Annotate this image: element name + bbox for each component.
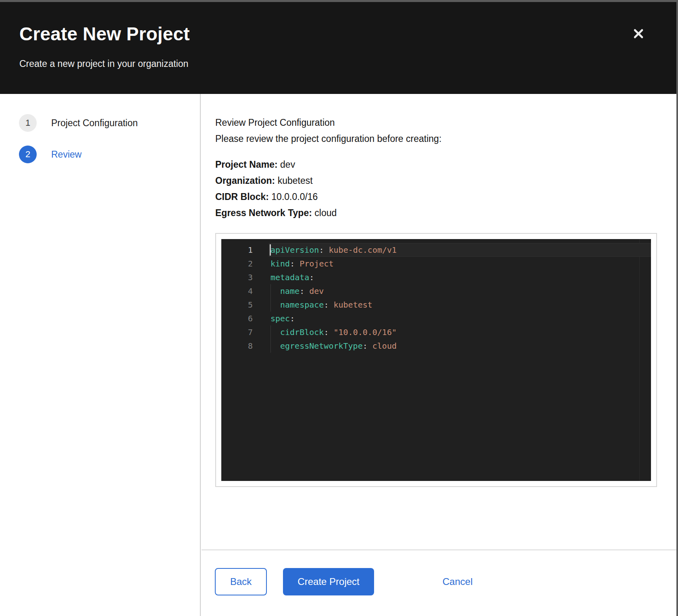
back-button[interactable]: Back xyxy=(215,568,267,595)
yaml-key: spec xyxy=(270,314,290,323)
yaml-value: "10.0.0.0/16" xyxy=(329,327,397,337)
line-number: 4 xyxy=(226,284,253,298)
step-review[interactable]: 2 Review xyxy=(19,146,200,163)
cancel-button[interactable]: Cancel xyxy=(443,568,473,595)
code-line: apiVersion: kube-dc.com/v1 xyxy=(269,243,651,257)
step-number-badge: 2 xyxy=(19,146,37,163)
code-line: kind: Project xyxy=(269,257,651,271)
yaml-key: kind xyxy=(270,259,290,268)
field-value: cloud xyxy=(314,208,337,218)
editor-line[interactable]: 3 metadata: xyxy=(226,271,651,284)
modal-body: 1 Project Configuration 2 Review Review … xyxy=(0,94,676,616)
yaml-colon: : xyxy=(324,300,329,310)
editor-line[interactable]: 6 spec: xyxy=(226,312,651,325)
field-label: Organization: xyxy=(215,175,275,186)
field-label: Project Name: xyxy=(215,159,278,170)
yaml-editor[interactable]: 1 apiVersion: kube-dc.com/v1 2 kind: Pro… xyxy=(221,239,651,481)
yaml-colon: : xyxy=(363,341,368,351)
modal-subtitle: Create a new project in your organizatio… xyxy=(19,58,676,69)
review-heading: Review Project Configuration xyxy=(215,117,675,129)
step-project-configuration[interactable]: 1 Project Configuration xyxy=(19,114,200,132)
field-label: Egress Network Type: xyxy=(215,208,312,218)
yaml-colon: : xyxy=(290,259,295,268)
field-label: CIDR Block: xyxy=(215,191,269,202)
line-number: 7 xyxy=(226,325,253,339)
yaml-value: kube-dc.com/v1 xyxy=(324,245,397,255)
yaml-colon: : xyxy=(324,327,329,337)
review-pane: Review Project Configuration Please revi… xyxy=(202,94,675,616)
step-number-badge: 1 xyxy=(19,114,37,132)
editor-line[interactable]: 5 namespace: kubetest xyxy=(226,298,651,312)
page-right-edge xyxy=(676,0,678,616)
yaml-colon: : xyxy=(309,273,314,282)
yaml-value: Project xyxy=(295,259,333,268)
create-project-modal: Create New Project Create a new project … xyxy=(0,0,678,616)
code-line: name: dev xyxy=(269,284,651,298)
editor-line[interactable]: 8 egressNetworkType: cloud xyxy=(226,339,651,353)
field-project-name: Project Name: dev xyxy=(215,156,675,173)
modal-header: Create New Project Create a new project … xyxy=(0,2,676,94)
line-number: 3 xyxy=(226,271,253,284)
review-fields: Project Name: dev Organization: kubetest… xyxy=(215,156,675,221)
yaml-value: cloud xyxy=(368,341,397,351)
field-organization: Organization: kubetest xyxy=(215,173,675,189)
create-project-button[interactable]: Create Project xyxy=(283,568,374,595)
yaml-key: cidrBlock xyxy=(280,327,324,337)
code-line: cidrBlock: "10.0.0.0/16" xyxy=(269,325,651,339)
yaml-key: apiVersion xyxy=(270,245,319,255)
editor-line[interactable]: 1 apiVersion: kube-dc.com/v1 xyxy=(226,243,651,257)
footer-divider xyxy=(202,549,676,550)
code-line: namespace: kubetest xyxy=(269,298,651,312)
editor-line[interactable]: 2 kind: Project xyxy=(226,257,651,271)
line-number: 1 xyxy=(226,243,253,257)
text-cursor xyxy=(270,244,271,256)
yaml-key: egressNetworkType xyxy=(280,341,363,351)
step-label: Project Configuration xyxy=(51,118,138,129)
yaml-editor-container: 1 apiVersion: kube-dc.com/v1 2 kind: Pro… xyxy=(215,233,657,487)
yaml-value: kubetest xyxy=(329,300,372,310)
yaml-colon: : xyxy=(299,286,304,296)
editor-line[interactable]: 4 name: dev xyxy=(226,284,651,298)
yaml-key: metadata xyxy=(270,273,309,282)
code-line: egressNetworkType: cloud xyxy=(269,339,651,353)
field-cidr-block: CIDR Block: 10.0.0.0/16 xyxy=(215,189,675,205)
yaml-colon: : xyxy=(319,245,324,255)
close-button[interactable] xyxy=(630,25,647,42)
field-value: dev xyxy=(280,159,295,170)
field-egress-network-type: Egress Network Type: cloud xyxy=(215,205,675,221)
editor-line[interactable]: 7 cidrBlock: "10.0.0.0/16" xyxy=(226,325,651,339)
code-line: spec: xyxy=(269,312,651,325)
line-number: 2 xyxy=(226,257,253,271)
line-number: 8 xyxy=(226,339,253,353)
modal-footer: Back Create Project Cancel xyxy=(215,568,472,595)
line-number: 6 xyxy=(226,312,253,325)
line-number: 5 xyxy=(226,298,253,312)
yaml-value: dev xyxy=(304,286,324,296)
modal-title: Create New Project xyxy=(19,23,676,45)
yaml-key: namespace xyxy=(280,300,324,310)
yaml-key: name xyxy=(280,286,299,296)
yaml-colon: : xyxy=(290,314,295,323)
wizard-steps: 1 Project Configuration 2 Review xyxy=(0,94,201,616)
field-value: kubetest xyxy=(278,175,313,186)
code-line: metadata: xyxy=(269,271,651,284)
review-instruction: Please review the project configuration … xyxy=(215,133,675,145)
field-value: 10.0.0.0/16 xyxy=(271,191,318,202)
step-label: Review xyxy=(51,149,81,160)
